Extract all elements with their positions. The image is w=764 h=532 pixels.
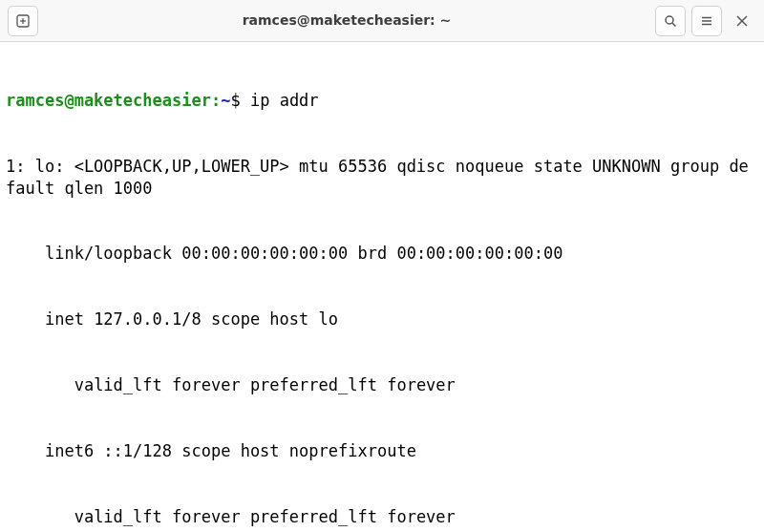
terminal-output[interactable]: ramces@maketecheasier:~$ ip addr 1: lo: … bbox=[0, 42, 764, 532]
output-line: valid_lft forever preferred_lft forever bbox=[6, 506, 758, 528]
window-title: ramces@maketecheasier: ~ bbox=[38, 11, 655, 30]
output-line: valid_lft forever preferred_lft forever bbox=[6, 374, 758, 396]
output-line: inet6 ::1/128 scope host noprefixroute bbox=[6, 440, 758, 462]
command-text: ip addr bbox=[250, 91, 319, 110]
prompt-symbol: $ bbox=[230, 91, 240, 110]
output-line: link/loopback 00:00:00:00:00:00 brd 00:0… bbox=[6, 243, 758, 265]
search-icon bbox=[664, 14, 677, 28]
prompt-sep: : bbox=[211, 91, 221, 110]
close-icon bbox=[736, 15, 748, 27]
close-button[interactable] bbox=[728, 7, 756, 35]
prompt-user: ramces@maketecheasier bbox=[6, 91, 211, 110]
prompt-path: ~ bbox=[221, 91, 230, 110]
hamburger-menu-icon bbox=[700, 14, 713, 28]
prompt-line: ramces@maketecheasier:~$ ip addr bbox=[6, 90, 758, 112]
search-button[interactable] bbox=[655, 6, 686, 36]
output-line: 1: lo: <LOOPBACK,UP,LOWER_UP> mtu 65536 … bbox=[6, 156, 758, 200]
menu-button[interactable] bbox=[691, 6, 722, 36]
svg-point-3 bbox=[666, 16, 673, 24]
svg-line-4 bbox=[672, 23, 676, 27]
new-tab-button[interactable] bbox=[8, 6, 38, 36]
titlebar: ramces@maketecheasier: ~ bbox=[0, 0, 764, 42]
new-tab-icon bbox=[16, 14, 30, 28]
output-line: inet 127.0.0.1/8 scope host lo bbox=[6, 309, 758, 330]
